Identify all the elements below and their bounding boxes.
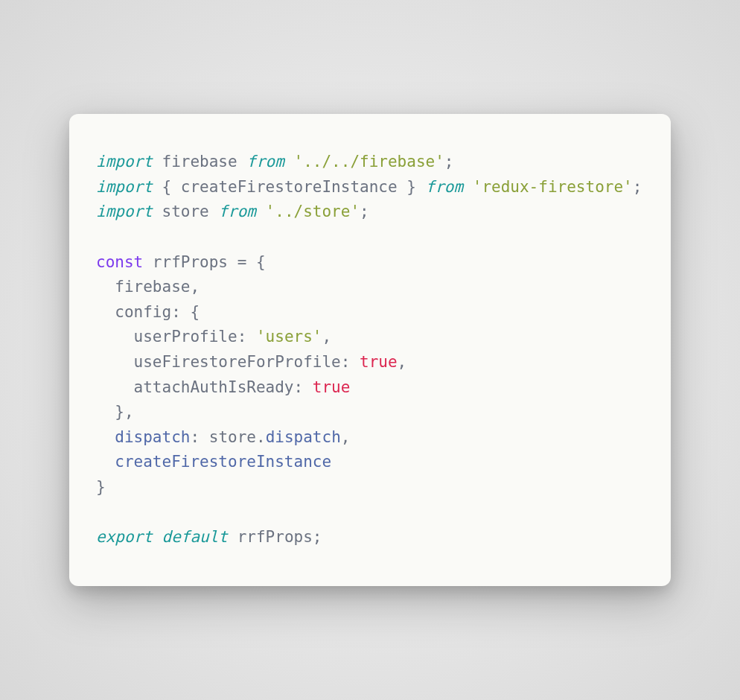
code-token: , — [124, 403, 134, 421]
code-token: : { — [171, 303, 200, 321]
code-token: ; — [633, 178, 642, 196]
code-token: ; — [360, 203, 369, 220]
code-token: { — [162, 178, 181, 196]
code-token: 'users' — [256, 328, 322, 346]
code-token: rrfProps — [237, 528, 313, 546]
code-token: , — [341, 428, 351, 446]
code-token: } — [398, 178, 426, 196]
code-card: import firebase from '../../firebase'; i… — [69, 114, 671, 586]
code-token: ; — [444, 153, 454, 171]
code-token: createFirestoreInstance — [96, 453, 331, 471]
code-token: rrfProps — [153, 253, 228, 271]
code-token: const — [96, 253, 153, 271]
code-token: ; — [313, 528, 322, 546]
code-token: config — [96, 303, 171, 321]
code-token: firebase — [162, 153, 247, 171]
code-token: = { — [228, 253, 266, 271]
code-token: , — [322, 328, 331, 346]
code-token: export — [96, 528, 162, 546]
code-token: dispatch — [96, 428, 190, 446]
code-token: userProfile — [96, 328, 237, 346]
code-token: from — [246, 153, 293, 171]
code-token: from — [218, 203, 265, 220]
code-token: import — [96, 203, 162, 220]
code-token: import — [96, 153, 162, 171]
code-token: '../../firebase' — [294, 153, 444, 171]
code-token: . — [256, 428, 266, 446]
code-token: store — [209, 428, 256, 446]
code-token: 'redux-firestore' — [473, 178, 633, 196]
code-token: firebase — [96, 278, 190, 296]
code-token: default — [162, 528, 237, 546]
code-token: true — [360, 353, 398, 371]
code-token: createFirestoreInstance — [181, 178, 398, 196]
code-block: import firebase from '../../firebase'; i… — [96, 150, 644, 550]
code-token: attachAuthIsReady — [96, 378, 294, 396]
code-token: } — [96, 403, 124, 421]
code-token: true — [313, 378, 351, 396]
code-token: } — [96, 478, 106, 496]
code-token: : — [341, 353, 360, 371]
code-token: : — [237, 328, 256, 346]
code-token: store — [162, 203, 219, 220]
code-token: useFirestoreForProfile — [96, 353, 341, 371]
code-token: '../store' — [266, 203, 360, 220]
code-token: : — [294, 378, 313, 396]
code-token: : — [190, 428, 208, 446]
code-token: import — [96, 178, 162, 196]
code-token: , — [190, 278, 200, 296]
code-token: , — [398, 353, 407, 371]
code-token: from — [426, 178, 473, 196]
code-token: dispatch — [266, 428, 341, 446]
